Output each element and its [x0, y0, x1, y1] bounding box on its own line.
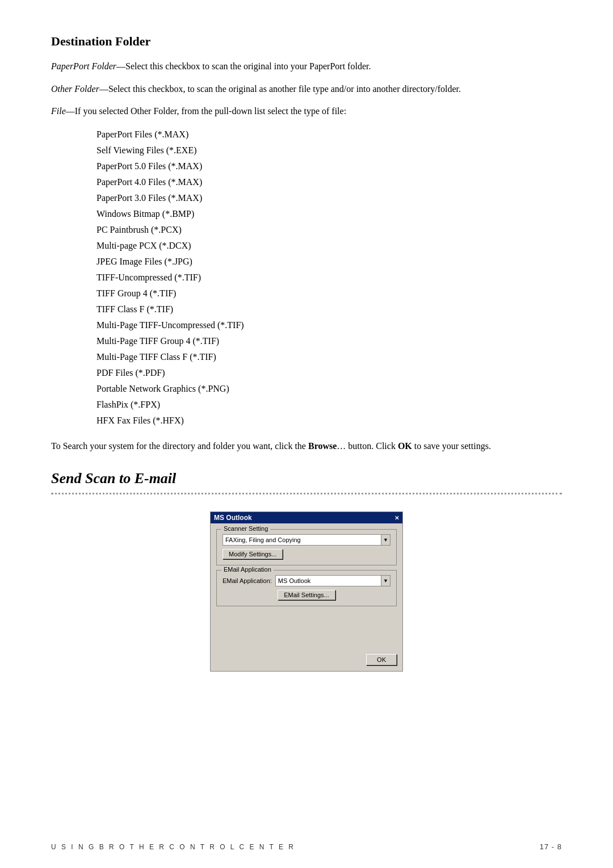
email-app-dropdown-value: MS Outlook [276, 577, 381, 584]
list-item: Windows Bitmap (*.BMP) [96, 206, 562, 222]
page-footer: U S I N G B R O T H E R C O N T R O L C … [0, 842, 613, 851]
browse-pre: To Search your system for the directory … [51, 441, 308, 451]
list-item: TIFF Class F (*.TIF) [96, 301, 562, 317]
para2: Other Folder—Select this checkbox, to sc… [51, 82, 562, 97]
list-item: PaperPort 5.0 Files (*.MAX) [96, 158, 562, 174]
ok-bold: OK [398, 441, 412, 451]
email-application-label: EMail Application [221, 566, 274, 573]
list-item: PaperPort 3.0 Files (*.MAX) [96, 190, 562, 206]
list-item: PaperPort 4.0 Files (*.MAX) [96, 174, 562, 190]
scanner-setting-group: Scanner Setting FAXing, Filing and Copyi… [216, 529, 397, 565]
footer-page-number: 17 - 8 [540, 842, 562, 851]
dropdown1-row: FAXing, Filing and Copying ▼ [222, 534, 391, 546]
email-app-field-label: EMail Application: [222, 577, 272, 584]
ms-outlook-dialog: MS Outlook ✕ Scanner Setting FAXing, Fil… [210, 511, 403, 672]
para2-text: —Select this checkbox, to scan the origi… [99, 84, 461, 94]
scanner-dropdown-value: FAXing, Filing and Copying [223, 536, 381, 543]
list-item: Multi-page PCX (*.DCX) [96, 238, 562, 254]
list-item: PaperPort Files (*.MAX) [96, 127, 562, 142]
para3-italic: File [51, 106, 66, 116]
modify-settings-button[interactable]: Modify Settings... [222, 549, 283, 559]
dialog-title: MS Outlook [214, 514, 252, 522]
scanner-dropdown[interactable]: FAXing, Filing and Copying ▼ [222, 534, 391, 546]
dialog-spacer [216, 611, 397, 645]
browse-bold: Browse [308, 441, 337, 451]
list-item: TIFF Group 4 (*.TIF) [96, 286, 562, 301]
list-item: Multi-Page TIFF-Uncompressed (*.TIF) [96, 317, 562, 333]
list-item: Multi-Page TIFF Group 4 (*.TIF) [96, 333, 562, 349]
scanner-setting-label: Scanner Setting [221, 525, 270, 532]
dialog-close-icon[interactable]: ✕ [394, 515, 399, 521]
destination-folder-heading: Destination Folder [51, 34, 562, 49]
para1-italic: PaperPort Folder [51, 61, 116, 71]
list-item: PDF Files (*.PDF) [96, 365, 562, 381]
footer-left-text: U S I N G B R O T H E R C O N T R O L C … [51, 843, 295, 851]
list-item: HFX Fax Files (*.HFX) [96, 413, 562, 429]
section-divider [51, 493, 562, 494]
browse-mid: … button. Click [337, 441, 398, 451]
email-application-group: EMail Application EMail Application: MS … [216, 570, 397, 606]
dialog-ok-button[interactable]: OK [366, 654, 397, 665]
browse-text: To Search your system for the directory … [51, 439, 562, 454]
para2-italic: Other Folder [51, 84, 99, 94]
para3-text: —If you selected Other Folder, from the … [66, 106, 346, 116]
dialog-body: Scanner Setting FAXing, Filing and Copyi… [211, 523, 402, 651]
dialog-wrapper: MS Outlook ✕ Scanner Setting FAXing, Fil… [51, 511, 562, 672]
list-item: JPEG Image Files (*.JPG) [96, 254, 562, 270]
para1-text: —Select this checkbox to scan the origin… [116, 61, 371, 71]
email-app-dropdown[interactable]: MS Outlook ▼ [275, 575, 391, 586]
email-settings-row: EMail Settings... [222, 590, 391, 600]
para1: PaperPort Folder—Select this checkbox to… [51, 59, 562, 74]
list-item: Self Viewing Files (*.EXE) [96, 142, 562, 158]
email-app-row: EMail Application: MS Outlook ▼ [222, 575, 391, 586]
list-item: FlashPix (*.FPX) [96, 397, 562, 413]
dialog-titlebar: MS Outlook ✕ [211, 512, 402, 523]
dialog-footer: OK [211, 651, 402, 671]
email-settings-button[interactable]: EMail Settings... [278, 590, 335, 600]
list-item: Multi-Page TIFF Class F (*.TIF) [96, 349, 562, 365]
send-scan-heading: Send Scan to E-mail [51, 470, 562, 487]
dropdown1-arrow-icon[interactable]: ▼ [381, 535, 390, 545]
file-list: PaperPort Files (*.MAX)Self Viewing File… [96, 127, 562, 429]
list-item: Portable Network Graphics (*.PNG) [96, 381, 562, 397]
browse-post: to save your settings. [412, 441, 491, 451]
dropdown2-arrow-icon[interactable]: ▼ [381, 576, 390, 586]
list-item: TIFF-Uncompressed (*.TIF) [96, 270, 562, 286]
list-item: PC Paintbrush (*.PCX) [96, 222, 562, 238]
modify-settings-row: Modify Settings... [222, 549, 391, 559]
para3: File—If you selected Other Folder, from … [51, 104, 562, 119]
